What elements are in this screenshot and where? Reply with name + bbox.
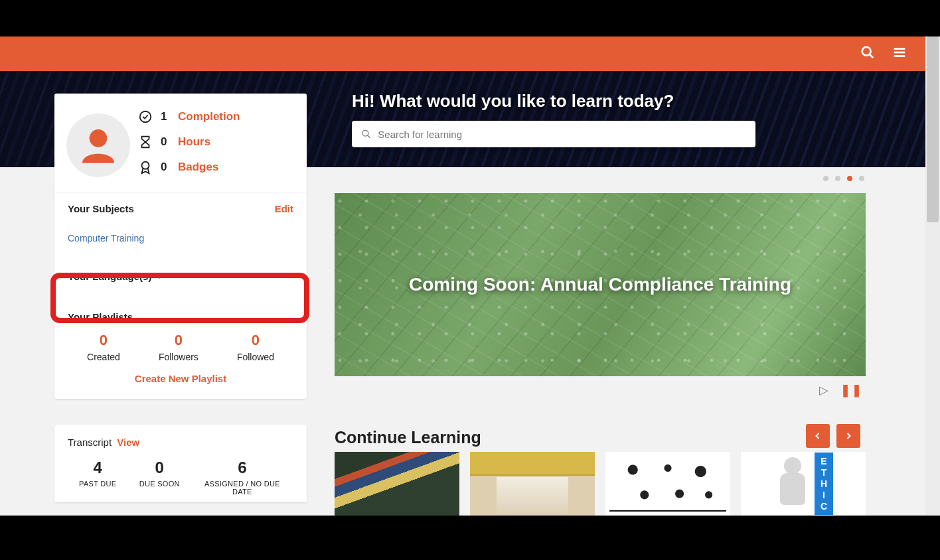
stat-value: 0 [161, 135, 170, 149]
stat-badges[interactable]: 0 Badges [138, 160, 293, 175]
stat-label: Created [87, 352, 120, 362]
stat-value: 0 [237, 332, 274, 349]
playlists-followed[interactable]: 0 Followed [237, 332, 274, 362]
playlists-created[interactable]: 0 Created [87, 332, 120, 362]
carousel-dot[interactable] [823, 176, 828, 181]
stat-label: Followed [237, 352, 274, 362]
create-playlist-link[interactable]: Create New Playlist [68, 373, 293, 384]
course-card[interactable] [335, 452, 459, 516]
stat-value: 1 [161, 110, 170, 123]
continue-nav-arrows [806, 424, 860, 448]
transcript-view-link[interactable]: View [117, 437, 139, 448]
global-search[interactable] [352, 121, 755, 147]
stat-value: 0 [161, 161, 170, 174]
hamburger-menu-icon[interactable] [892, 45, 907, 62]
continue-learning-cards: E T H I C [335, 452, 866, 516]
stat-label: ASSIGNED / NO DUE DATE [202, 480, 282, 496]
stat-label: Followers [159, 352, 198, 362]
stat-label: DUE SOON [139, 480, 180, 488]
subjects-title: Your Subjects [68, 203, 134, 214]
languages-title: Your Language(s) [68, 271, 151, 282]
figure-icon [773, 455, 813, 513]
subject-link[interactable]: Computer Training [68, 233, 144, 244]
user-avatar-icon[interactable] [66, 113, 130, 177]
stat-value: 0 [139, 458, 180, 477]
subjects-section: Your Subjects Edit Computer Training [54, 192, 307, 253]
course-card[interactable] [470, 452, 595, 516]
carousel-dot[interactable] [847, 176, 852, 181]
carousel-slide[interactable]: Coming Soon: Annual Compliance Training [335, 193, 866, 376]
transcript-due-soon[interactable]: 0 DUE SOON [139, 458, 180, 496]
playlists-followers[interactable]: 0 Followers [159, 332, 198, 362]
svg-line-1 [870, 54, 874, 58]
chevron-left-icon [814, 430, 822, 442]
search-icon [361, 129, 371, 139]
svg-point-0 [862, 47, 871, 56]
stat-value: 0 [87, 332, 120, 349]
svg-point-5 [362, 130, 368, 136]
transcript-card: Transcript View 4 PAST DUE 0 DUE SOON 6 … [54, 425, 307, 502]
stat-value: 0 [159, 332, 198, 349]
stat-label: Badges [178, 161, 218, 174]
transcript-assigned[interactable]: 6 ASSIGNED / NO DUE DATE [202, 458, 282, 496]
carousel-controls: ▷ ❚❚ [819, 383, 863, 397]
scrollbar[interactable]: ▴ [925, 36, 940, 516]
carousel-dot[interactable] [859, 176, 864, 181]
chevron-right-icon [844, 430, 852, 442]
playlists-title: Your Playlists [68, 311, 293, 322]
course-card[interactable] [605, 452, 730, 516]
search-input[interactable] [378, 129, 746, 140]
ethics-badge: E T H I C [815, 453, 833, 515]
carousel-pause-icon[interactable]: ❚❚ [840, 383, 863, 397]
carousel-next-button[interactable] [836, 424, 860, 448]
carousel-indicators [823, 176, 864, 181]
edit-subjects-link[interactable]: Edit [275, 203, 293, 214]
stat-label: Completion [178, 110, 240, 123]
scrollbar-thumb[interactable] [927, 36, 939, 222]
stat-value: 6 [202, 458, 282, 477]
carousel-prev-button[interactable] [806, 424, 830, 448]
svg-point-9 [142, 162, 149, 169]
stat-value: 4 [79, 458, 116, 477]
stat-hours[interactable]: 0 Hours [138, 135, 293, 149]
svg-point-8 [140, 111, 151, 123]
transcript-title: Transcript [68, 437, 112, 448]
carousel-dot[interactable] [835, 176, 840, 181]
chevron-down-icon [155, 274, 163, 279]
course-card[interactable]: E T H I C [741, 452, 866, 516]
profile-card: 1 Completion 0 Hours 0 Badges Your Subje… [54, 94, 307, 399]
hourglass-icon [138, 135, 153, 149]
carousel-slide-title: Coming Soon: Annual Compliance Training [409, 274, 791, 295]
stat-completion[interactable]: 1 Completion [138, 109, 293, 124]
top-bar [0, 36, 925, 71]
svg-point-7 [90, 129, 108, 147]
carousel-play-icon[interactable]: ▷ [819, 383, 828, 397]
svg-line-6 [368, 135, 370, 138]
languages-section[interactable]: Your Language(s) [54, 253, 307, 307]
stat-label: PAST DUE [79, 480, 116, 488]
badge-icon [138, 160, 153, 175]
hero-title: Hi! What would you like to learn today? [352, 91, 866, 111]
transcript-past-due[interactable]: 4 PAST DUE [79, 458, 116, 496]
continue-learning-title: Continue Learning [335, 428, 481, 447]
stat-label: Hours [178, 135, 210, 149]
search-icon[interactable] [860, 45, 875, 62]
completion-icon [138, 109, 153, 124]
playlists-section: Your Playlists 0 Created 0 Followers 0 F… [54, 307, 307, 399]
